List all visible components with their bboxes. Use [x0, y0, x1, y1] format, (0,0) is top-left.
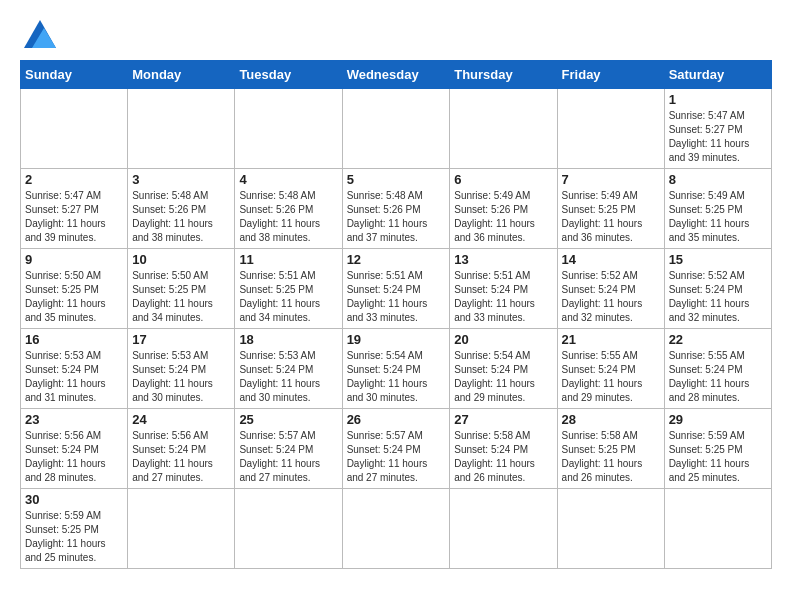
day-info: Sunrise: 5:52 AM Sunset: 5:24 PM Dayligh… — [562, 269, 660, 325]
calendar-day-cell: 13Sunrise: 5:51 AM Sunset: 5:24 PM Dayli… — [450, 249, 557, 329]
calendar-day-cell: 11Sunrise: 5:51 AM Sunset: 5:25 PM Dayli… — [235, 249, 342, 329]
calendar-day-cell: 21Sunrise: 5:55 AM Sunset: 5:24 PM Dayli… — [557, 329, 664, 409]
calendar-day-cell: 28Sunrise: 5:58 AM Sunset: 5:25 PM Dayli… — [557, 409, 664, 489]
day-number: 6 — [454, 172, 552, 187]
day-info: Sunrise: 5:56 AM Sunset: 5:24 PM Dayligh… — [25, 429, 123, 485]
day-number: 1 — [669, 92, 767, 107]
day-number: 14 — [562, 252, 660, 267]
day-info: Sunrise: 5:58 AM Sunset: 5:24 PM Dayligh… — [454, 429, 552, 485]
calendar-day-cell: 23Sunrise: 5:56 AM Sunset: 5:24 PM Dayli… — [21, 409, 128, 489]
calendar-day-cell — [664, 489, 771, 569]
calendar-day-cell — [235, 89, 342, 169]
day-number: 11 — [239, 252, 337, 267]
calendar-week-row: 2Sunrise: 5:47 AM Sunset: 5:27 PM Daylig… — [21, 169, 772, 249]
calendar-day-cell — [557, 489, 664, 569]
calendar-body: 1Sunrise: 5:47 AM Sunset: 5:27 PM Daylig… — [21, 89, 772, 569]
calendar-day-cell: 26Sunrise: 5:57 AM Sunset: 5:24 PM Dayli… — [342, 409, 450, 489]
calendar-day-cell: 3Sunrise: 5:48 AM Sunset: 5:26 PM Daylig… — [128, 169, 235, 249]
calendar-week-row: 16Sunrise: 5:53 AM Sunset: 5:24 PM Dayli… — [21, 329, 772, 409]
day-info: Sunrise: 5:53 AM Sunset: 5:24 PM Dayligh… — [239, 349, 337, 405]
logo-icon — [24, 20, 56, 48]
day-number: 3 — [132, 172, 230, 187]
calendar-day-cell — [128, 89, 235, 169]
day-number: 17 — [132, 332, 230, 347]
day-info: Sunrise: 5:49 AM Sunset: 5:26 PM Dayligh… — [454, 189, 552, 245]
day-info: Sunrise: 5:59 AM Sunset: 5:25 PM Dayligh… — [25, 509, 123, 565]
day-number: 21 — [562, 332, 660, 347]
calendar-day-cell — [235, 489, 342, 569]
calendar-day-cell: 15Sunrise: 5:52 AM Sunset: 5:24 PM Dayli… — [664, 249, 771, 329]
day-number: 8 — [669, 172, 767, 187]
calendar-day-cell: 19Sunrise: 5:54 AM Sunset: 5:24 PM Dayli… — [342, 329, 450, 409]
day-number: 24 — [132, 412, 230, 427]
day-info: Sunrise: 5:51 AM Sunset: 5:24 PM Dayligh… — [347, 269, 446, 325]
day-number: 27 — [454, 412, 552, 427]
calendar-day-cell: 16Sunrise: 5:53 AM Sunset: 5:24 PM Dayli… — [21, 329, 128, 409]
calendar-day-cell: 4Sunrise: 5:48 AM Sunset: 5:26 PM Daylig… — [235, 169, 342, 249]
calendar-week-row: 30Sunrise: 5:59 AM Sunset: 5:25 PM Dayli… — [21, 489, 772, 569]
calendar-day-cell — [128, 489, 235, 569]
day-info: Sunrise: 5:56 AM Sunset: 5:24 PM Dayligh… — [132, 429, 230, 485]
calendar-day-cell — [342, 89, 450, 169]
day-info: Sunrise: 5:49 AM Sunset: 5:25 PM Dayligh… — [562, 189, 660, 245]
day-info: Sunrise: 5:49 AM Sunset: 5:25 PM Dayligh… — [669, 189, 767, 245]
calendar-day-cell: 14Sunrise: 5:52 AM Sunset: 5:24 PM Dayli… — [557, 249, 664, 329]
day-info: Sunrise: 5:52 AM Sunset: 5:24 PM Dayligh… — [669, 269, 767, 325]
calendar-day-cell: 1Sunrise: 5:47 AM Sunset: 5:27 PM Daylig… — [664, 89, 771, 169]
day-info: Sunrise: 5:50 AM Sunset: 5:25 PM Dayligh… — [25, 269, 123, 325]
weekday-header-cell: Sunday — [21, 61, 128, 89]
weekday-header-cell: Monday — [128, 61, 235, 89]
day-info: Sunrise: 5:50 AM Sunset: 5:25 PM Dayligh… — [132, 269, 230, 325]
calendar-day-cell: 9Sunrise: 5:50 AM Sunset: 5:25 PM Daylig… — [21, 249, 128, 329]
weekday-header-cell: Wednesday — [342, 61, 450, 89]
day-number: 13 — [454, 252, 552, 267]
logo — [20, 20, 56, 50]
day-info: Sunrise: 5:51 AM Sunset: 5:25 PM Dayligh… — [239, 269, 337, 325]
day-number: 7 — [562, 172, 660, 187]
day-info: Sunrise: 5:47 AM Sunset: 5:27 PM Dayligh… — [669, 109, 767, 165]
calendar-day-cell: 25Sunrise: 5:57 AM Sunset: 5:24 PM Dayli… — [235, 409, 342, 489]
day-info: Sunrise: 5:57 AM Sunset: 5:24 PM Dayligh… — [347, 429, 446, 485]
day-info: Sunrise: 5:55 AM Sunset: 5:24 PM Dayligh… — [562, 349, 660, 405]
calendar-day-cell: 8Sunrise: 5:49 AM Sunset: 5:25 PM Daylig… — [664, 169, 771, 249]
weekday-header-cell: Thursday — [450, 61, 557, 89]
calendar-day-cell: 29Sunrise: 5:59 AM Sunset: 5:25 PM Dayli… — [664, 409, 771, 489]
day-info: Sunrise: 5:48 AM Sunset: 5:26 PM Dayligh… — [239, 189, 337, 245]
calendar-day-cell: 20Sunrise: 5:54 AM Sunset: 5:24 PM Dayli… — [450, 329, 557, 409]
day-number: 28 — [562, 412, 660, 427]
day-info: Sunrise: 5:55 AM Sunset: 5:24 PM Dayligh… — [669, 349, 767, 405]
day-info: Sunrise: 5:54 AM Sunset: 5:24 PM Dayligh… — [347, 349, 446, 405]
calendar-day-cell: 7Sunrise: 5:49 AM Sunset: 5:25 PM Daylig… — [557, 169, 664, 249]
calendar-day-cell: 30Sunrise: 5:59 AM Sunset: 5:25 PM Dayli… — [21, 489, 128, 569]
weekday-header-cell: Tuesday — [235, 61, 342, 89]
calendar-week-row: 1Sunrise: 5:47 AM Sunset: 5:27 PM Daylig… — [21, 89, 772, 169]
calendar-day-cell: 5Sunrise: 5:48 AM Sunset: 5:26 PM Daylig… — [342, 169, 450, 249]
calendar-day-cell: 24Sunrise: 5:56 AM Sunset: 5:24 PM Dayli… — [128, 409, 235, 489]
calendar-day-cell — [557, 89, 664, 169]
day-info: Sunrise: 5:48 AM Sunset: 5:26 PM Dayligh… — [132, 189, 230, 245]
day-number: 4 — [239, 172, 337, 187]
day-number: 15 — [669, 252, 767, 267]
day-number: 2 — [25, 172, 123, 187]
day-number: 25 — [239, 412, 337, 427]
calendar-day-cell: 17Sunrise: 5:53 AM Sunset: 5:24 PM Dayli… — [128, 329, 235, 409]
day-number: 18 — [239, 332, 337, 347]
header — [20, 20, 772, 50]
weekday-header-cell: Friday — [557, 61, 664, 89]
day-number: 22 — [669, 332, 767, 347]
day-number: 9 — [25, 252, 123, 267]
calendar-day-cell: 22Sunrise: 5:55 AM Sunset: 5:24 PM Dayli… — [664, 329, 771, 409]
day-info: Sunrise: 5:57 AM Sunset: 5:24 PM Dayligh… — [239, 429, 337, 485]
calendar-day-cell: 10Sunrise: 5:50 AM Sunset: 5:25 PM Dayli… — [128, 249, 235, 329]
calendar-week-row: 23Sunrise: 5:56 AM Sunset: 5:24 PM Dayli… — [21, 409, 772, 489]
day-info: Sunrise: 5:59 AM Sunset: 5:25 PM Dayligh… — [669, 429, 767, 485]
calendar-day-cell: 27Sunrise: 5:58 AM Sunset: 5:24 PM Dayli… — [450, 409, 557, 489]
weekday-header-cell: Saturday — [664, 61, 771, 89]
day-number: 10 — [132, 252, 230, 267]
day-info: Sunrise: 5:58 AM Sunset: 5:25 PM Dayligh… — [562, 429, 660, 485]
day-number: 5 — [347, 172, 446, 187]
day-number: 12 — [347, 252, 446, 267]
day-number: 16 — [25, 332, 123, 347]
calendar-day-cell — [342, 489, 450, 569]
calendar-day-cell: 6Sunrise: 5:49 AM Sunset: 5:26 PM Daylig… — [450, 169, 557, 249]
